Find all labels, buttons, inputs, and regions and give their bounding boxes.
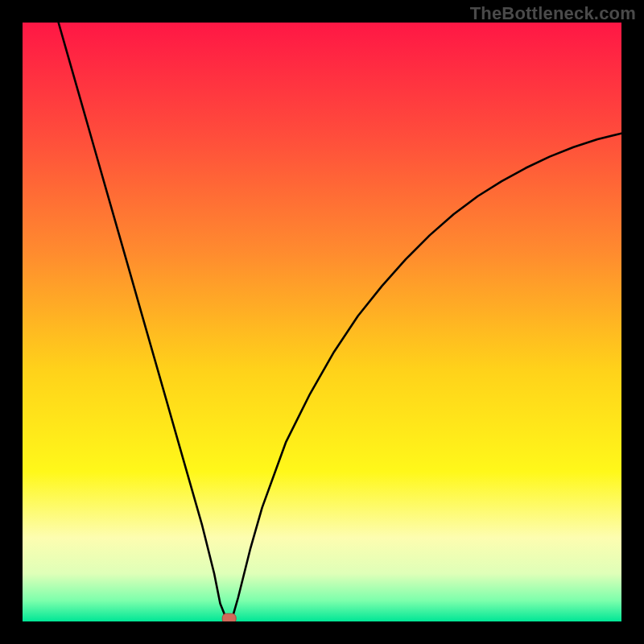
chart-background-gradient	[23, 23, 621, 621]
optimal-point-marker	[222, 613, 236, 621]
chart-frame: TheBottleneck.com	[0, 0, 644, 644]
chart-svg	[23, 23, 621, 621]
chart-plot-area	[23, 23, 621, 621]
watermark-text: TheBottleneck.com	[470, 3, 636, 24]
